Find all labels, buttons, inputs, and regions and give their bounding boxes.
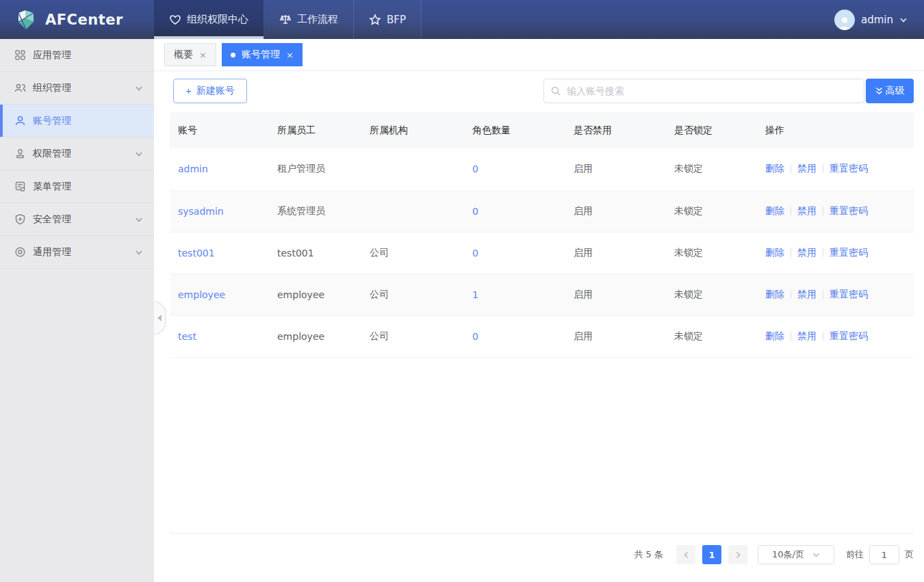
divider	[823, 332, 823, 341]
nav-item-label: BFP	[387, 14, 406, 26]
divider	[823, 164, 823, 173]
cell-disabled: 启用	[565, 190, 666, 232]
delete-link[interactable]: 删除	[765, 205, 784, 216]
reset-password-link[interactable]: 重置密码	[830, 205, 868, 216]
col-org: 所属机构	[361, 112, 464, 148]
col-role-count: 角色数量	[464, 112, 565, 148]
plus-icon: +	[185, 85, 192, 96]
divider	[791, 332, 791, 341]
divider	[791, 207, 791, 215]
new-account-label: 新建账号	[196, 85, 235, 97]
col-locked: 是否锁定	[666, 112, 757, 148]
delete-link[interactable]: 删除	[765, 247, 784, 258]
close-icon[interactable]: ×	[199, 50, 207, 60]
reset-password-link[interactable]: 重置密码	[830, 330, 868, 341]
account-link[interactable]: test001	[178, 248, 215, 259]
role-count-link[interactable]: 1	[472, 289, 478, 300]
role-count-link[interactable]: 0	[472, 163, 478, 174]
reset-password-link[interactable]: 重置密码	[830, 163, 868, 174]
nav-item-bfp[interactable]: BFP	[354, 0, 422, 39]
reset-password-link[interactable]: 重置密码	[830, 289, 868, 300]
col-account: 账号	[170, 112, 269, 148]
sidebar-item-general-management[interactable]: 通用管理	[0, 236, 154, 269]
user-menu[interactable]: admin	[834, 0, 924, 39]
table-row: sysadmin 系统管理员 0 启用 未锁定 删除禁用重置密码	[170, 190, 914, 232]
sidebar-item-label: 组织管理	[33, 82, 128, 94]
heart-icon	[169, 14, 181, 26]
disable-link[interactable]: 禁用	[797, 247, 817, 258]
tab-overview[interactable]: 概要 ×	[164, 43, 216, 66]
accounts-table: 账号 所属员工 所属机构 角色数量 是否禁用 是否锁定 操作 admin 租户管…	[170, 112, 914, 358]
cell-org: 公司	[361, 315, 464, 357]
nav-item-org-permission-center[interactable]: 组织权限中心	[154, 0, 264, 39]
person-avatar-icon	[837, 15, 852, 30]
cell-employee: 租户管理员	[269, 148, 361, 190]
star-icon	[369, 14, 381, 26]
sidebar-item-menu-management[interactable]: 菜单管理	[0, 170, 154, 203]
sidebar-item-app-management[interactable]: 应用管理	[0, 39, 154, 72]
account-link[interactable]: admin	[178, 163, 208, 174]
close-icon[interactable]: ×	[286, 50, 294, 60]
new-account-button[interactable]: + 新建账号	[173, 79, 247, 103]
goto-page-input[interactable]	[869, 545, 899, 564]
disable-link[interactable]: 禁用	[797, 205, 817, 216]
tab-account-management[interactable]: 账号管理 ×	[222, 43, 303, 66]
sidebar-item-label: 菜单管理	[33, 181, 143, 193]
role-count-link[interactable]: 0	[472, 206, 478, 217]
next-page-button[interactable]	[728, 545, 747, 564]
afcenter-logo-icon	[15, 10, 38, 30]
account-link[interactable]: employee	[178, 289, 225, 300]
sidebar-item-org-management[interactable]: 组织管理	[0, 72, 154, 105]
delete-link[interactable]: 删除	[765, 330, 784, 341]
page-number-button[interactable]: 1	[702, 545, 721, 564]
cell-disabled: 启用	[565, 232, 666, 274]
col-actions: 操作	[757, 112, 914, 148]
sidebar-item-label: 安全管理	[33, 213, 128, 226]
sidebar: 应用管理 组织管理 账号管理 权限管理 菜单管理 安全	[0, 39, 154, 582]
role-count-link[interactable]: 0	[472, 248, 478, 259]
person-icon	[14, 115, 26, 127]
account-link[interactable]: test	[178, 331, 196, 342]
cell-disabled: 启用	[565, 148, 666, 190]
nav-item-workflow[interactable]: 工作流程	[264, 0, 354, 39]
table-row: test001 test001 公司 0 启用 未锁定 删除禁用重置密码	[170, 232, 914, 274]
advanced-label: 高级	[886, 85, 905, 97]
sidebar-item-label: 权限管理	[33, 148, 128, 160]
role-count-link[interactable]: 0	[472, 331, 478, 342]
goto-label: 前往	[846, 548, 864, 561]
account-link[interactable]: sysadmin	[178, 206, 224, 217]
chevron-down-icon	[899, 16, 908, 24]
disable-link[interactable]: 禁用	[797, 289, 817, 300]
cell-disabled: 启用	[565, 274, 666, 315]
disable-link[interactable]: 禁用	[797, 163, 817, 174]
chevron-right-icon	[734, 551, 742, 559]
prev-page-button[interactable]	[676, 545, 695, 564]
sidebar-item-security-management[interactable]: 安全管理	[0, 203, 154, 236]
disable-link[interactable]: 禁用	[797, 330, 817, 341]
delete-link[interactable]: 删除	[765, 289, 784, 300]
cell-org	[361, 190, 464, 232]
sidebar-item-label: 通用管理	[33, 246, 128, 259]
table-header-row: 账号 所属员工 所属机构 角色数量 是否禁用 是否锁定 操作	[170, 112, 914, 148]
sidebar-item-account-management[interactable]: 账号管理	[0, 105, 154, 137]
cell-disabled: 启用	[565, 315, 666, 357]
total-count: 共 5 条	[634, 548, 663, 561]
chevron-left-icon	[157, 315, 162, 321]
reset-password-link[interactable]: 重置密码	[830, 247, 868, 258]
document-icon	[14, 181, 26, 192]
chevron-down-icon	[812, 551, 820, 559]
brand-name: AFCenter	[45, 12, 123, 28]
cell-locked: 未锁定	[666, 274, 757, 315]
account-search	[543, 79, 864, 103]
sidebar-item-permission-management[interactable]: 权限管理	[0, 137, 154, 170]
user-name: admin	[861, 14, 893, 26]
cell-org: 公司	[361, 232, 464, 274]
cell-locked: 未锁定	[666, 232, 757, 274]
search-input[interactable]	[543, 79, 864, 103]
pagination-footer: 共 5 条 1 10条/页 前往 页	[170, 533, 914, 582]
page-size-select[interactable]: 10条/页	[758, 545, 834, 564]
shield-plus-icon	[14, 213, 26, 225]
delete-link[interactable]: 删除	[765, 163, 784, 174]
col-disabled: 是否禁用	[565, 112, 666, 148]
advanced-search-button[interactable]: 高级	[866, 79, 914, 103]
